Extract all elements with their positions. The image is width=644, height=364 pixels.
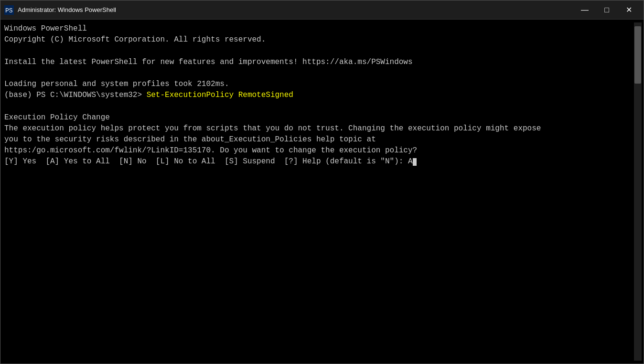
window-controls: — □ ✕ (574, 0, 640, 20)
minimize-button[interactable]: — (574, 0, 596, 20)
svg-text:PS: PS (5, 7, 13, 14)
console-output: Windows PowerShell Copyright (C) Microso… (2, 22, 634, 361)
output-line6: Loading personal and system profiles too… (4, 80, 229, 88)
scrollbar-thumb[interactable] (634, 26, 641, 84)
output-line7-prefix: (base) PS C:\WINDOWS\system32> (4, 91, 147, 99)
console-area[interactable]: Windows PowerShell Copyright (C) Microso… (0, 20, 644, 364)
output-line9: Execution Policy Change (4, 113, 110, 122)
output-line13: [Y] Yes [A] Yes to All [N] No [L] No to … (4, 157, 413, 166)
output-line2: Copyright (C) Microsoft Corporation. All… (4, 35, 266, 44)
window-title: Administrator: Windows PowerShell (18, 6, 574, 13)
output-line10: The execution policy helps protect you f… (4, 124, 541, 133)
maximize-button[interactable]: □ (596, 0, 618, 20)
close-button[interactable]: ✕ (618, 0, 640, 20)
output-line1: Windows PowerShell (4, 24, 87, 33)
powershell-window: PS Administrator: Windows PowerShell — □… (0, 0, 644, 364)
cursor (413, 158, 417, 166)
output-line12: https:/go.microsoft.com/fwlink/?LinkID=1… (4, 146, 417, 155)
output-line4: Install the latest PowerShell for new fe… (4, 58, 413, 66)
output-line11: you to the security risks described in t… (4, 135, 376, 144)
output-line7-cmd: Set-ExecutionPolicy RemoteSigned (147, 91, 293, 99)
powershell-icon: PS (4, 5, 14, 15)
scrollbar[interactable] (634, 22, 642, 361)
title-bar: PS Administrator: Windows PowerShell — □… (0, 0, 644, 20)
